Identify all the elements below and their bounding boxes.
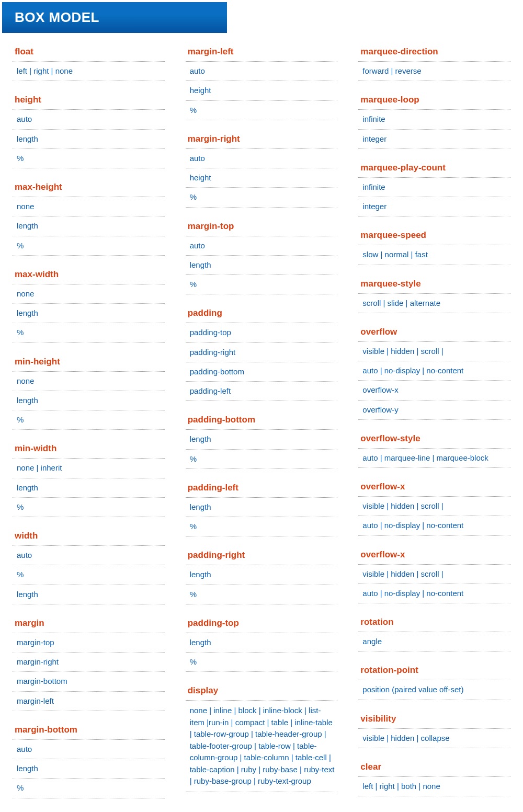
property-value: margin-bottom bbox=[13, 672, 165, 691]
property-name: min-height bbox=[13, 353, 165, 372]
property-name: marquee-speed bbox=[358, 227, 510, 245]
property-name: margin-top bbox=[186, 218, 338, 236]
property-value: auto bbox=[13, 546, 165, 565]
property-value: height bbox=[186, 81, 338, 100]
property-group: min-heightnonelength% bbox=[13, 353, 165, 430]
property-group: overflowvisible | hidden | scroll |auto … bbox=[358, 324, 510, 420]
property-name: margin-right bbox=[186, 131, 338, 149]
property-group: paddingpadding-toppadding-rightpadding-b… bbox=[186, 305, 338, 401]
property-name: marquee-loop bbox=[358, 92, 510, 110]
property-value: % bbox=[13, 565, 165, 585]
property-value: none bbox=[13, 284, 165, 304]
property-value: auto bbox=[13, 740, 165, 759]
property-group: floatleft | right | none bbox=[13, 43, 165, 81]
property-value: % bbox=[186, 101, 338, 120]
column-1: floatleft | right | noneheightautolength… bbox=[13, 43, 165, 809]
property-value: length bbox=[13, 478, 165, 498]
property-value: % bbox=[186, 450, 338, 469]
property-name: overflow-x bbox=[358, 546, 510, 565]
property-group: widthauto%length bbox=[13, 528, 165, 604]
property-name: marquee-direction bbox=[358, 43, 510, 62]
property-name: min-width bbox=[13, 440, 165, 459]
property-name: marquee-style bbox=[358, 276, 510, 294]
column-2: margin-leftautoheight%margin-rightautohe… bbox=[186, 43, 338, 803]
property-value: none | inherit bbox=[13, 459, 165, 478]
property-name: padding bbox=[186, 305, 338, 323]
property-group: padding-rightlength% bbox=[186, 547, 338, 604]
property-group: marquee-speedslow | normal | fast bbox=[358, 227, 510, 265]
property-value: infinite bbox=[358, 110, 510, 129]
property-group: rotation-pointposition (paired value off… bbox=[358, 662, 510, 700]
property-name: overflow bbox=[358, 324, 510, 342]
property-value: padding-top bbox=[186, 323, 338, 342]
property-group: min-widthnone | inheritlength% bbox=[13, 440, 165, 517]
property-name: padding-bottom bbox=[186, 411, 338, 430]
property-value: position (paired value off-set) bbox=[358, 680, 510, 700]
columns-container: floatleft | right | noneheightautolength… bbox=[0, 43, 523, 809]
property-value: forward | reverse bbox=[358, 62, 510, 81]
property-value: margin-top bbox=[13, 633, 165, 653]
property-value: infinite bbox=[358, 178, 510, 197]
property-value: % bbox=[186, 517, 338, 536]
property-value: length bbox=[13, 216, 165, 236]
property-value: auto bbox=[186, 62, 338, 81]
property-value: none bbox=[13, 197, 165, 216]
property-value: angle bbox=[358, 632, 510, 651]
property-group: marginmargin-topmargin-rightmargin-botto… bbox=[13, 615, 165, 711]
property-name: visibility bbox=[358, 711, 510, 729]
property-group: max-heightnonelength% bbox=[13, 179, 165, 256]
section-title: BOX MODEL bbox=[2, 2, 227, 33]
property-value: none bbox=[13, 372, 165, 391]
property-name: float bbox=[13, 43, 165, 62]
property-group: margin-topautolength% bbox=[186, 218, 338, 295]
property-name: rotation bbox=[358, 614, 510, 632]
property-value: length bbox=[13, 585, 165, 604]
property-value: overflow-y bbox=[358, 401, 510, 420]
property-value: length bbox=[13, 130, 165, 149]
property-group: overflow-xvisible | hidden | scroll |aut… bbox=[358, 478, 510, 536]
property-group: padding-leftlength% bbox=[186, 479, 338, 537]
property-group: heightautolength% bbox=[13, 92, 165, 168]
property-value: length bbox=[186, 498, 338, 517]
property-group: marquee-stylescroll | slide | alternate bbox=[358, 276, 510, 313]
property-name: rotation-point bbox=[358, 662, 510, 680]
property-value: length bbox=[186, 633, 338, 653]
property-group: marquee-directionforward | reverse bbox=[358, 43, 510, 81]
property-group: clearleft | right | both | none bbox=[358, 759, 510, 796]
property-value: % bbox=[186, 188, 338, 207]
property-value: overflow-x bbox=[358, 381, 510, 400]
property-value: length bbox=[13, 759, 165, 779]
property-value: auto | no-display | no-content bbox=[358, 584, 510, 603]
property-value: visible | hidden | collapse bbox=[358, 729, 510, 748]
property-value: % bbox=[13, 236, 165, 256]
property-group: margin-leftautoheight% bbox=[186, 43, 338, 120]
property-group: overflow-xvisible | hidden | scroll |aut… bbox=[358, 546, 510, 604]
property-value: left | right | both | none bbox=[358, 777, 510, 796]
property-value: % bbox=[13, 779, 165, 798]
property-group: marquee-loopinfiniteinteger bbox=[358, 92, 510, 149]
property-value: integer bbox=[358, 197, 510, 216]
property-value: scroll | slide | alternate bbox=[358, 294, 510, 313]
property-group: margin-rightautoheight% bbox=[186, 131, 338, 208]
property-value: auto bbox=[13, 110, 165, 129]
property-name: max-width bbox=[13, 266, 165, 284]
property-value: length bbox=[186, 430, 338, 449]
property-name: height bbox=[13, 92, 165, 110]
property-group: displaynone | inline | block | inline-bl… bbox=[186, 682, 338, 792]
property-value: auto bbox=[186, 236, 338, 256]
property-name: marquee-play-count bbox=[358, 159, 510, 178]
property-value: left | right | none bbox=[13, 62, 165, 81]
property-value: length bbox=[186, 565, 338, 585]
property-value: auto | marquee-line | marquee-block bbox=[358, 449, 510, 468]
property-value: integer bbox=[358, 130, 510, 149]
column-3: marquee-directionforward | reversemarque… bbox=[358, 43, 510, 807]
property-value: auto bbox=[186, 149, 338, 168]
property-value: length bbox=[13, 304, 165, 323]
property-name: overflow-style bbox=[358, 430, 510, 449]
property-name: display bbox=[186, 682, 338, 701]
property-value: slow | normal | fast bbox=[358, 245, 510, 265]
property-value: margin-left bbox=[13, 692, 165, 711]
property-value: % bbox=[13, 410, 165, 430]
property-value: % bbox=[13, 149, 165, 168]
property-value: visible | hidden | scroll | bbox=[358, 497, 510, 516]
